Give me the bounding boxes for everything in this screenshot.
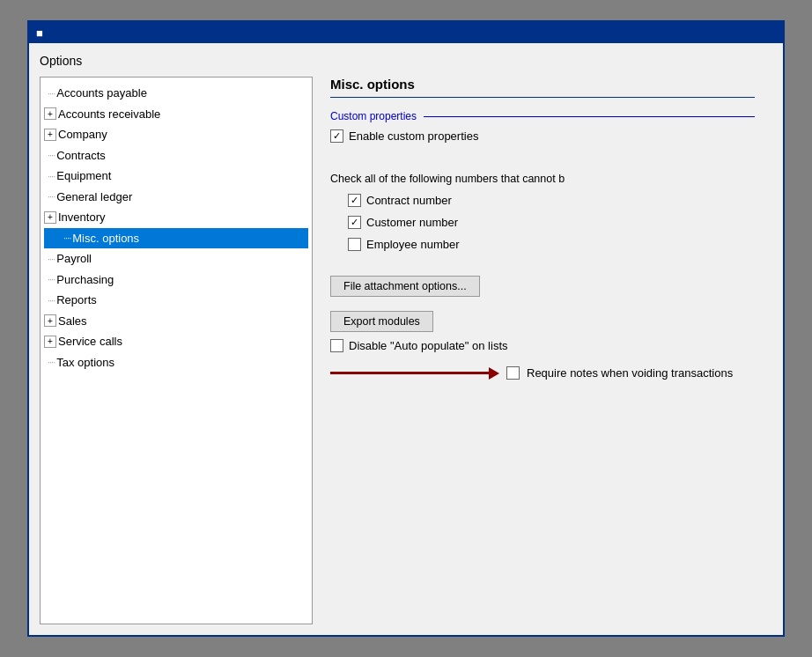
sidebar-item-label: Sales [58, 313, 87, 330]
contract-number-label: Contract number [366, 194, 452, 207]
tree-dots: ···· [48, 86, 55, 101]
export-modules-section: Export modules [330, 311, 755, 332]
disable-auto-populate-label: Disable "Auto populate" on lists [349, 339, 508, 352]
expander-icon[interactable]: + [44, 107, 56, 120]
tree-dots: ···· [48, 355, 55, 370]
section-title: Misc. options [330, 77, 755, 92]
employee-number-row: Employee number [348, 238, 755, 251]
disable-auto-populate-checkbox[interactable] [330, 339, 343, 352]
title-bar-icon: ■ [36, 26, 43, 40]
customer-number-row: Customer number [348, 216, 755, 229]
employee-number-checkbox[interactable] [348, 238, 361, 251]
content-area: ···· Accounts payable + Accounts receiva… [40, 77, 772, 624]
customer-number-label: Customer number [366, 216, 458, 229]
window-body: Options ···· Accounts payable + Accounts… [29, 43, 783, 635]
sidebar-item-purchasing[interactable]: ···· Purchasing [44, 269, 308, 291]
sidebar-item-label: Payroll [56, 250, 92, 268]
options-window: ■ Options ···· Accounts payable + Accoun… [27, 20, 785, 637]
tree-dots: ···· [48, 252, 55, 267]
contract-number-checkbox[interactable] [348, 194, 361, 207]
custom-properties-label: Custom properties [330, 110, 417, 122]
tree-dots: ···· [48, 272, 55, 287]
sidebar-item-sales[interactable]: + Sales [44, 311, 308, 332]
tree-dots: ···· [63, 231, 70, 246]
tree-dots: ···· [48, 189, 55, 204]
sidebar-item-label: Equipment [56, 167, 111, 185]
sidebar-item-label: Contracts [56, 147, 106, 165]
employee-number-label: Employee number [366, 238, 460, 251]
sidebar-item-label: General ledger [56, 188, 132, 206]
tree-dots: ···· [48, 148, 55, 163]
sidebar-item-reports[interactable]: ···· Reports [44, 290, 308, 311]
contract-number-row: Contract number [348, 194, 755, 207]
arrow-head [489, 367, 499, 380]
sidebar-item-label: Accounts payable [56, 85, 147, 102]
sidebar-item-label: Service calls [58, 333, 122, 351]
sidebar-item-accounts-receivable[interactable]: + Accounts receivable [44, 104, 308, 125]
require-notes-row: Require notes when voiding transactions [330, 366, 755, 380]
sidebar-item-label: Misc. options [72, 230, 139, 247]
expander-icon[interactable]: + [44, 211, 56, 224]
enable-custom-properties-row: Enable custom properties [330, 129, 755, 143]
require-notes-label: Require notes when voiding transactions [527, 366, 733, 380]
sidebar-item-label: Inventory [58, 209, 105, 226]
sidebar-item-label: Company [58, 126, 107, 144]
section-divider [330, 97, 755, 98]
sidebar-item-label: Purchasing [56, 271, 114, 289]
sidebar-item-label: Accounts receivable [58, 106, 160, 123]
tree-dots: ···· [48, 293, 55, 308]
gap2 [330, 260, 755, 276]
file-attachment-section: File attachment options... [330, 276, 755, 297]
tree-dots: ···· [48, 169, 55, 184]
require-notes-checkbox[interactable] [506, 366, 520, 380]
enable-custom-properties-checkbox[interactable] [330, 129, 343, 143]
custom-properties-group-label: Custom properties [330, 110, 755, 122]
sidebar-item-misc-options[interactable]: ···· Misc. options [44, 228, 308, 249]
enable-custom-properties-label: Enable custom properties [349, 129, 478, 143]
customer-number-checkbox[interactable] [348, 216, 361, 229]
expander-icon[interactable]: + [44, 336, 56, 348]
expander-icon[interactable]: + [44, 129, 56, 141]
sidebar-item-label: Reports [56, 292, 97, 309]
sidebar-item-service-calls[interactable]: + Service calls [44, 331, 308, 352]
duplicate-numbers-text: Check all of the following numbers that … [330, 173, 755, 185]
arrow-line [330, 372, 489, 374]
export-modules-button[interactable]: Export modules [330, 311, 433, 332]
title-bar: ■ [29, 22, 783, 43]
sidebar-item-general-ledger[interactable]: ···· General ledger [44, 187, 308, 208]
sidebar-item-contracts[interactable]: ···· Contracts [44, 145, 308, 166]
file-attachment-button[interactable]: File attachment options... [330, 276, 480, 297]
expander-icon[interactable]: + [44, 314, 56, 327]
sidebar-item-label: Tax options [56, 354, 114, 372]
sidebar-item-company[interactable]: + Company [44, 124, 308, 145]
window-title: Options [40, 54, 772, 68]
disable-auto-populate-row: Disable "Auto populate" on lists [330, 339, 755, 352]
main-panel: Misc. options Custom properties Enable c… [313, 77, 772, 624]
tree-panel[interactable]: ···· Accounts payable + Accounts receiva… [40, 77, 313, 624]
sidebar-item-tax-options[interactable]: ···· Tax options [44, 352, 308, 373]
sidebar-item-equipment[interactable]: ···· Equipment [44, 166, 308, 187]
red-arrow [330, 367, 499, 380]
sidebar-item-payroll[interactable]: ···· Payroll [44, 248, 308, 269]
sidebar-item-inventory[interactable]: + Inventory [44, 207, 308, 228]
sidebar-item-accounts-payable[interactable]: ···· Accounts payable [44, 83, 308, 104]
